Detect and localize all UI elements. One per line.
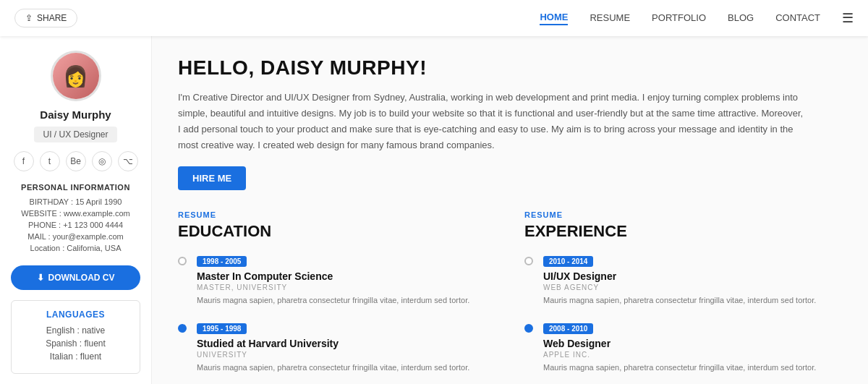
page-title: HELLO, DAISY MURPHY! xyxy=(178,56,842,80)
download-icon: ⬇ xyxy=(37,273,44,283)
social-icons: f t Be ◎ ⌥ xyxy=(14,151,138,171)
experience-item-1: 2010 - 2014 UI/UX Designer Web Agency Ma… xyxy=(524,254,842,307)
page-layout: 👩 Daisy Murphy UI / UX Designer f t Be ◎… xyxy=(0,36,868,384)
edu-title-2: Studied at Harvard University xyxy=(197,338,495,349)
share-icon: ⇪ xyxy=(25,13,33,23)
download-label: DOWNLOAD CV xyxy=(48,273,115,283)
lang-italian: Italian : fluent xyxy=(20,351,131,362)
hamburger-icon[interactable]: ☰ xyxy=(842,10,854,26)
download-cv-button[interactable]: ⬇ DOWNLOAD CV xyxy=(11,265,140,290)
share-label: SHARE xyxy=(37,13,67,23)
personal-info-title: PERSONAL INFORMATION xyxy=(11,183,140,192)
nav-links: HOME RESUME PORTFOLIO BLOG CONTACT ☰ xyxy=(540,10,854,26)
education-title: EDUCATION xyxy=(178,222,495,241)
education-column: RESUME EDUCATION 1998 - 2005 Master In C… xyxy=(178,210,495,384)
edu-title-1: Master In Computer Science xyxy=(197,270,495,282)
facebook-icon[interactable]: f xyxy=(14,151,34,171)
resume-columns: RESUME EDUCATION 1998 - 2005 Master In C… xyxy=(178,210,842,384)
exp-sub-2: Apple Inc. xyxy=(543,351,842,359)
avatar: 👩 xyxy=(51,51,101,101)
exp-dot-2 xyxy=(524,324,533,333)
education-item-1: 1998 - 2005 Master In Computer Science M… xyxy=(178,254,495,307)
timeline-dot-1 xyxy=(178,257,187,265)
nav-link-blog[interactable]: BLOG xyxy=(728,12,754,25)
timeline-content-1: 1998 - 2005 Master In Computer Science M… xyxy=(197,254,495,307)
avatar-image: 👩 xyxy=(53,53,99,99)
education-label: RESUME xyxy=(178,210,495,219)
exp-content-1: 2010 - 2014 UI/UX Designer Web Agency Ma… xyxy=(543,254,842,307)
birthday: BIRTHDAY : 15 April 1990 xyxy=(11,197,140,206)
personal-info-section: PERSONAL INFORMATION BIRTHDAY : 15 April… xyxy=(11,183,140,255)
nav-link-contact[interactable]: CONTACT xyxy=(775,12,820,25)
exp-title-1: UI/UX Designer xyxy=(543,270,842,282)
edu-desc-2: Mauris magna sapien, pharetra consectetu… xyxy=(197,362,495,374)
edu-period-2: 1995 - 1998 xyxy=(197,323,247,334)
nav-link-resume[interactable]: RESUME xyxy=(590,12,630,25)
exp-dot-1 xyxy=(524,257,533,265)
hire-me-button[interactable]: HIRE ME xyxy=(178,166,246,190)
timeline-dot-2 xyxy=(178,324,187,333)
twitter-icon[interactable]: t xyxy=(40,151,60,171)
phone: PHONE : +1 123 000 4444 xyxy=(11,221,140,229)
behance-icon[interactable]: Be xyxy=(66,151,86,171)
dribbble-icon[interactable]: ◎ xyxy=(92,151,112,171)
lang-spanish: Spanish : fluent xyxy=(20,338,131,349)
person-name: Daisy Murphy xyxy=(40,108,111,121)
timeline-content-2: 1995 - 1998 Studied at Harvard Universit… xyxy=(197,321,495,374)
exp-sub-1: Web Agency xyxy=(543,283,842,291)
top-navigation: ⇪ SHARE HOME RESUME PORTFOLIO BLOG CONTA… xyxy=(0,0,868,36)
edu-sub-2: UNIVERSITY xyxy=(197,351,495,359)
main-content: HELLO, DAISY MURPHY! I'm Creative Direct… xyxy=(152,36,868,384)
education-item-2: 1995 - 1998 Studied at Harvard Universit… xyxy=(178,321,495,374)
location: Location : California, USA xyxy=(11,244,140,252)
mail: MAIL : your@example.com xyxy=(11,232,140,241)
intro-text: I'm Creative Director and UI/UX Designer… xyxy=(178,90,807,153)
github-icon[interactable]: ⌥ xyxy=(118,151,138,171)
experience-item-2: 2008 - 2010 Web Designer Apple Inc. Maur… xyxy=(524,321,842,374)
exp-desc-1: Mauris magna sapien, pharetra consectetu… xyxy=(543,294,842,307)
edu-period-1: 1998 - 2005 xyxy=(197,256,247,267)
exp-period-1: 2010 - 2014 xyxy=(543,256,593,267)
website: WEBSITE : www.example.com xyxy=(11,209,140,218)
share-button[interactable]: ⇪ SHARE xyxy=(14,9,77,27)
sidebar: 👩 Daisy Murphy UI / UX Designer f t Be ◎… xyxy=(0,36,152,384)
exp-title-2: Web Designer xyxy=(543,338,842,349)
experience-column: RESUME EXPERIENCE 2010 - 2014 UI/UX Desi… xyxy=(524,210,842,384)
lang-english: English : native xyxy=(20,325,131,336)
exp-content-2: 2008 - 2010 Web Designer Apple Inc. Maur… xyxy=(543,321,842,374)
languages-title: LANGUAGES xyxy=(20,310,131,320)
edu-sub-1: MASTER, UNIVERSITY xyxy=(197,283,495,291)
exp-desc-2: Mauris magna sapien, pharetra consectetu… xyxy=(543,362,842,374)
nav-link-portfolio[interactable]: PORTFOLIO xyxy=(652,12,706,25)
languages-section: LANGUAGES English : native Spanish : flu… xyxy=(11,300,140,374)
role-badge: UI / UX Designer xyxy=(34,127,116,142)
experience-label: RESUME xyxy=(524,210,842,219)
edu-desc-1: Mauris magna sapien, pharetra consectetu… xyxy=(197,294,495,307)
exp-period-2: 2008 - 2010 xyxy=(543,323,593,334)
nav-link-home[interactable]: HOME xyxy=(540,12,568,25)
experience-title: EXPERIENCE xyxy=(524,222,842,241)
